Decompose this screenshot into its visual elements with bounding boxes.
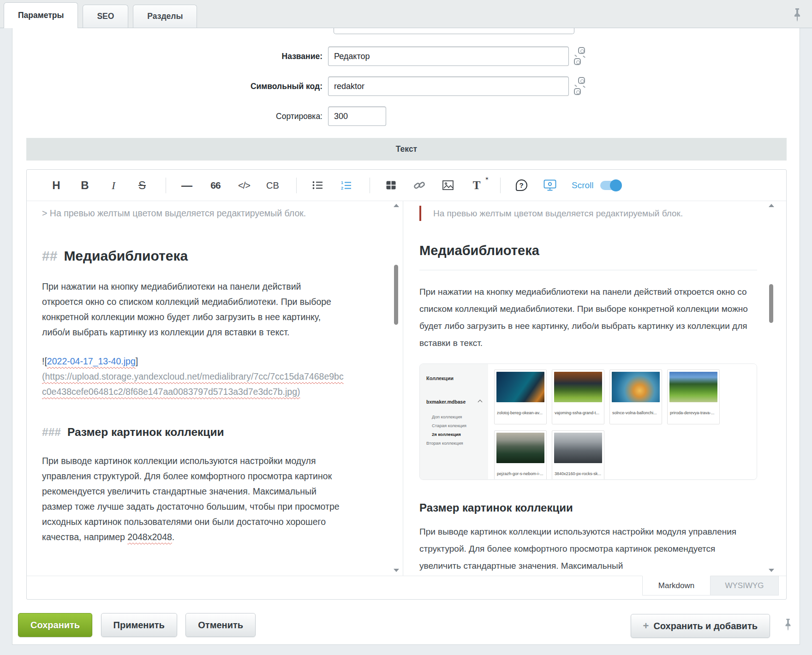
left-pane-scrollbar[interactable] — [392, 203, 400, 573]
media-thumbnail-card: solnce-volna-ballonchi... — [609, 369, 662, 424]
thumbnail-caption: zolotoj-bereg-okean-av... — [496, 402, 544, 423]
translit-icons[interactable] — [573, 77, 591, 98]
editor-mode-tabs: Markdown WYSIWYG — [642, 576, 779, 595]
preview-paragraph: При нажатии на кнопку медиабиблиотеки на… — [419, 283, 754, 351]
thumbnail-image — [669, 372, 717, 402]
media-library-screenshot: Коллекции bxmaker.mdbase Доп коллекция С… — [419, 363, 757, 480]
thumbnail-image — [554, 433, 602, 463]
thumbnail-caption: 3840x2160-px-rocks-sk... — [554, 463, 602, 480]
thumbnail-image — [496, 372, 544, 402]
link-button[interactable] — [412, 180, 427, 191]
name-input[interactable] — [328, 47, 569, 66]
preview-h2: Медиабиблиотека — [419, 242, 757, 270]
editor-panes: > На превью желтым цветом выделяется ред… — [27, 201, 786, 576]
tab-parameters[interactable]: Параметры — [4, 2, 78, 28]
translit-icon[interactable] — [578, 47, 585, 54]
scroll-sync-toggle[interactable] — [600, 181, 621, 190]
inline-code-button[interactable]: </> — [236, 181, 252, 190]
md-image-markdown: ![2022-04-17_13-40.jpg] (https://upload.… — [42, 354, 344, 399]
star-icon: ✶ — [485, 176, 489, 181]
spark-decoration — [583, 85, 585, 88]
toggle-knob — [610, 179, 622, 191]
question-icon: ? — [516, 179, 527, 191]
toolbar-separator — [500, 178, 501, 193]
numbered-list-button[interactable]: 1 2 — [338, 181, 354, 190]
md-quote-line: > На превью желтым цветом выделяется ред… — [42, 206, 344, 221]
form-footer: Сохранить Применить Отменить +Сохранить … — [12, 613, 800, 639]
media-thumbnail-card: pejzazh-gor-s-nebom-i-... — [494, 430, 547, 480]
bold-button[interactable]: B — [77, 180, 93, 191]
table-button[interactable] — [383, 181, 399, 190]
media-sidebar-title: Коллекции — [426, 370, 484, 387]
editor-bottom-bar: Markdown WYSIWYG — [27, 576, 786, 599]
italic-button[interactable]: I — [106, 180, 121, 191]
translit-icons[interactable] — [573, 47, 591, 68]
editor-toolbar: H B I S — 66 </> CB — [27, 170, 786, 201]
thumbnail-caption: vajoming-ssha-grand-t... — [554, 402, 602, 423]
typograf-button[interactable]: T✶ — [469, 179, 484, 191]
markdown-editor: H B I S — 66 </> CB — [26, 169, 787, 600]
scroll-down-arrow-icon[interactable] — [769, 569, 774, 572]
translit-icon[interactable] — [578, 77, 585, 84]
cancel-button[interactable]: Отменить — [185, 613, 256, 637]
markdown-source-pane[interactable]: > На превью желтым цветом выделяется ред… — [27, 201, 403, 576]
save-button[interactable]: Сохранить — [18, 613, 92, 637]
md-h3: ###Размер картинок коллекции — [42, 424, 344, 440]
preview-screen-button[interactable] — [542, 179, 558, 191]
pin-footer-icon[interactable] — [784, 618, 792, 631]
preview-paragraph: При выводе картинок коллекции используют… — [419, 523, 754, 574]
form-panel: Название: Символьный код: Сортировка: Те… — [12, 28, 800, 645]
right-pane-scrollbar[interactable] — [767, 203, 776, 573]
media-thumbnail-card: priroda-derevya-trava-... — [667, 369, 720, 424]
toolbar-separator — [370, 178, 370, 193]
heading-button[interactable]: H — [48, 180, 64, 191]
toolbar-separator — [296, 178, 297, 193]
mode-tab-markdown[interactable]: Markdown — [642, 576, 710, 595]
collapse-chevron-icon — [478, 400, 483, 405]
plus-icon: + — [643, 620, 649, 631]
md-image-name: 2022-04-17_13-40.jpg — [47, 356, 136, 366]
media-sidebar: Коллекции bxmaker.mdbase Доп коллекция С… — [420, 364, 488, 479]
blockquote-button[interactable]: 66 — [208, 180, 223, 190]
code-field-label: Символьный код: — [12, 77, 328, 96]
clipped-input-above[interactable] — [334, 28, 574, 34]
mode-tab-wysiwyg[interactable]: WYSIWYG — [710, 576, 779, 595]
media-thumbnail-card: vajoming-ssha-grand-t... — [552, 369, 604, 424]
thumbnail-image — [496, 433, 544, 463]
image-button[interactable] — [440, 180, 456, 190]
thumbnail-caption: priroda-derevya-trava-... — [669, 402, 717, 423]
translit-icon[interactable] — [574, 58, 581, 65]
tab-sections[interactable]: Разделы — [133, 5, 197, 28]
strikethrough-button[interactable]: S — [134, 180, 150, 191]
scroll-up-arrow-icon[interactable] — [769, 204, 774, 207]
media-collection-item-active: 2я коллекция — [432, 432, 484, 437]
media-collection-item: Доп коллекция — [432, 414, 484, 419]
md-paragraph: При выводе картинок коллекции используют… — [42, 453, 344, 545]
horizontal-rule-button[interactable]: — — [179, 180, 195, 191]
code-block-button[interactable]: CB — [265, 181, 281, 190]
preview-pane[interactable]: На превью желтым цветом выделяется редак… — [403, 201, 786, 576]
thumbnail-caption: pejzazh-gor-s-nebom-i-... — [496, 463, 544, 480]
sort-field-label: Сортировка: — [12, 107, 328, 126]
media-collection-item: Старая колекция — [432, 423, 484, 428]
scrollbar-thumb[interactable] — [769, 284, 773, 323]
code-input[interactable] — [328, 77, 569, 96]
pin-form-icon[interactable] — [793, 7, 802, 22]
translit-icon[interactable] — [574, 88, 581, 95]
help-button[interactable]: ? — [513, 179, 529, 191]
media-tree-root: bxmaker.mdbase — [426, 393, 484, 411]
media-thumbnail-card: 3840x2160-px-rocks-sk... — [552, 430, 604, 480]
apply-button[interactable]: Применить — [101, 613, 177, 637]
scroll-down-arrow-icon[interactable] — [394, 569, 399, 572]
top-tab-strip: Параметры SEO Разделы — [0, 0, 812, 28]
svg-text:1: 1 — [341, 181, 343, 185]
thumbnail-image — [612, 372, 660, 402]
scrollbar-thumb[interactable] — [394, 265, 398, 325]
media-thumbnail-grid: zolotoj-bereg-okean-av... vajoming-ssha-… — [488, 364, 757, 479]
scroll-up-arrow-icon[interactable] — [394, 204, 399, 207]
preview-blockquote: На превью желтым цветом выделяется редак… — [419, 206, 754, 221]
tab-seo[interactable]: SEO — [83, 5, 128, 28]
sort-input[interactable] — [328, 107, 386, 126]
bullet-list-button[interactable] — [310, 181, 325, 190]
save-and-add-button[interactable]: +Сохранить и добавить — [631, 614, 770, 638]
